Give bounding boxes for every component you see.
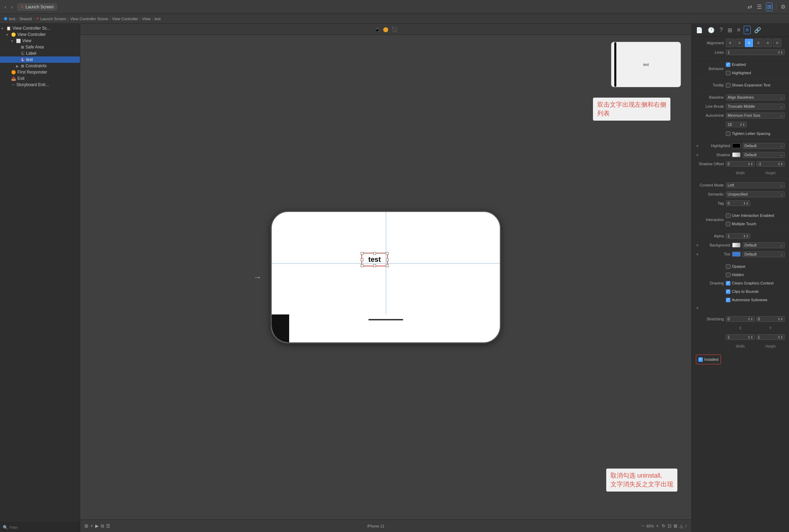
resize-handle-tr[interactable] xyxy=(386,252,389,255)
stretch-h-field[interactable]: 1 ⬆⬇ xyxy=(756,334,785,340)
align-6-btn[interactable]: ≡ xyxy=(773,39,781,47)
highlighted-color-select[interactable]: Default ⌄ xyxy=(743,143,785,149)
align-left-btn[interactable]: ≡ xyxy=(726,39,734,47)
sh2-stepper[interactable]: ⬆⬇ xyxy=(777,335,783,339)
tooltip-checkbox[interactable] xyxy=(726,83,730,88)
lines-stepper[interactable]: ⬆⬇ xyxy=(777,51,783,54)
tighten-checkbox[interactable] xyxy=(726,131,730,136)
play-btn[interactable]: ▶ xyxy=(95,523,99,529)
sidebar-item-constraints[interactable]: ▶ ⊞ Constraints xyxy=(0,63,80,69)
device-frame[interactable]: test xyxy=(271,211,501,343)
bc-shared[interactable]: Shared xyxy=(19,17,31,21)
sidebar-item-vc[interactable]: ▾ 🟡 View Controller xyxy=(0,31,80,38)
zoom-out-btn[interactable]: − xyxy=(641,523,644,529)
insp-identity-btn[interactable]: ⊞ xyxy=(726,26,734,34)
tab-close-icon[interactable]: ✕ xyxy=(21,5,24,9)
autoresize-checkbox[interactable] xyxy=(726,298,730,302)
resize-handle-mr[interactable] xyxy=(386,258,389,261)
bc-vc[interactable]: View Controller xyxy=(112,17,138,21)
sw-stepper[interactable]: ⬆⬇ xyxy=(747,162,753,166)
zoom-in-btn[interactable]: + xyxy=(656,523,659,529)
user-interaction-checkbox[interactable] xyxy=(726,213,730,218)
stretch-x-field[interactable]: 0 ⬆⬇ xyxy=(726,316,755,322)
clips-bounds-checkbox[interactable] xyxy=(726,289,730,294)
menu-icon[interactable]: ☰ xyxy=(756,3,762,11)
hidden-checkbox[interactable] xyxy=(726,273,730,277)
linebreak-select[interactable]: Truncate Middle ⌄ xyxy=(726,104,785,109)
align-5-btn[interactable]: ≡ xyxy=(764,39,772,47)
background-select[interactable]: Default ⌄ xyxy=(743,242,785,248)
grid-icon[interactable]: ⊞ xyxy=(766,2,773,11)
bc-launch-screen[interactable]: Launch Screen xyxy=(40,17,66,21)
sidebar-item-storyboard[interactable]: ▾ → Storyboard Entr... xyxy=(0,82,80,88)
insp-help-btn[interactable]: ? xyxy=(718,26,724,34)
opaque-checkbox[interactable] xyxy=(726,264,730,269)
insp-attr-btn[interactable]: ≡ xyxy=(736,26,742,34)
list-btn[interactable]: ☰ xyxy=(106,523,110,529)
stretch-w-field[interactable]: 1 ⬆⬇ xyxy=(726,334,755,340)
tint-select[interactable]: Default ⌄ xyxy=(743,251,785,257)
insp-connect-btn[interactable]: 🔗 xyxy=(753,26,762,34)
settings-icon[interactable]: ⚙ xyxy=(780,3,786,11)
highlighted-checkbox[interactable] xyxy=(726,71,730,75)
resize-handle-tl[interactable] xyxy=(361,252,363,255)
lines-field[interactable]: 1 ⬆⬇ xyxy=(726,50,785,55)
sync-icon[interactable]: ⇄ xyxy=(747,3,753,11)
sidebar-item-exit[interactable]: ▾ 📤 Exit xyxy=(0,75,80,82)
copy-btn[interactable]: ⧉ xyxy=(101,523,104,529)
resize-handle-br[interactable] xyxy=(386,264,389,267)
sidebar-item-safe-area[interactable]: ▾ ⊞ Safe Area xyxy=(0,44,80,50)
resize-handle-bm[interactable] xyxy=(373,264,376,267)
tint-swatch[interactable] xyxy=(732,252,741,257)
highlighted-color-swatch[interactable] xyxy=(732,143,741,148)
nav-back-button[interactable]: ‹ xyxy=(3,3,8,10)
insp-clock-btn[interactable]: 🕐 xyxy=(706,26,716,34)
sw2-stepper[interactable]: ⬆⬇ xyxy=(747,335,753,339)
tag-stepper[interactable]: ⬆⬇ xyxy=(743,202,749,205)
sidebar-item-first-responder[interactable]: ▾ 🟠 First Responder xyxy=(0,69,80,75)
shadow-height-field[interactable]: -1 ⬆⬇ xyxy=(756,161,785,167)
device-screen[interactable]: test xyxy=(272,212,500,314)
sy-stepper[interactable]: ⬆⬇ xyxy=(777,317,783,321)
device-square-btn[interactable]: ⬛ xyxy=(391,26,397,32)
baseline-select[interactable]: Align Baselines ⌄ xyxy=(726,94,785,100)
align-center-btn[interactable]: ≡ xyxy=(735,39,744,47)
insp-size-btn[interactable]: ≡ xyxy=(744,26,750,34)
sidebar-item-view[interactable]: ▾ ⬜ View xyxy=(0,38,80,44)
sidebar-item-test[interactable]: ▾ L test xyxy=(0,56,80,63)
align-justify-btn[interactable]: ≡ xyxy=(754,39,762,47)
sh-stepper[interactable]: ⬆⬇ xyxy=(777,162,783,166)
sidebar-item-label[interactable]: ▾ L Label xyxy=(0,50,80,56)
autoshrink-num-field[interactable]: 18 ⬆⬇ xyxy=(726,122,747,127)
add-btn[interactable]: + xyxy=(90,523,93,529)
bc-view[interactable]: View xyxy=(142,17,151,21)
semantic-select[interactable]: Unspecified ⌄ xyxy=(726,191,785,197)
nav-forward-button[interactable]: › xyxy=(9,3,15,10)
constraint-btn[interactable]: △ xyxy=(679,523,683,529)
sx-stepper[interactable]: ⬆⬇ xyxy=(747,317,753,321)
align-right-btn[interactable]: ≡ xyxy=(745,39,753,47)
alpha-field[interactable]: 1 ⬆⬇ xyxy=(726,233,750,239)
multiple-touch-checkbox[interactable] xyxy=(726,222,730,226)
enabled-checkbox[interactable] xyxy=(726,62,730,67)
add-view-btn[interactable]: ⊞ xyxy=(84,523,88,529)
export-btn[interactable]: ↑ xyxy=(685,523,687,529)
resize-handle-ml[interactable] xyxy=(361,258,363,261)
bounds-btn[interactable]: ⊡ xyxy=(668,523,671,529)
label-element[interactable]: test xyxy=(361,253,388,266)
filter-input[interactable] xyxy=(9,525,77,530)
autoshrink-num-stepper[interactable]: ⬆⬇ xyxy=(739,123,745,127)
stretch-y-field[interactable]: 0 ⬆⬇ xyxy=(756,316,785,322)
bc-test-leaf[interactable]: test xyxy=(155,17,161,21)
device-circle-btn[interactable]: ⬤ xyxy=(383,26,389,32)
transform-btn[interactable]: ⊠ xyxy=(674,523,677,529)
sidebar-item-vc-scene[interactable]: ▾ 📋 View Controller Sc... xyxy=(0,25,80,31)
alpha-stepper[interactable]: ⬆⬇ xyxy=(743,234,749,238)
bc-test[interactable]: test xyxy=(9,17,15,21)
resize-handle-bl[interactable] xyxy=(361,264,363,267)
shadow-select[interactable]: Default ⌄ xyxy=(743,152,785,158)
tag-field[interactable]: 0 ⬆⬇ xyxy=(726,200,750,206)
shadow-color-swatch[interactable] xyxy=(732,152,741,157)
bc-vc-scene[interactable]: View Controller Scene xyxy=(70,17,108,21)
content-mode-select[interactable]: Left ⌄ xyxy=(726,182,785,188)
